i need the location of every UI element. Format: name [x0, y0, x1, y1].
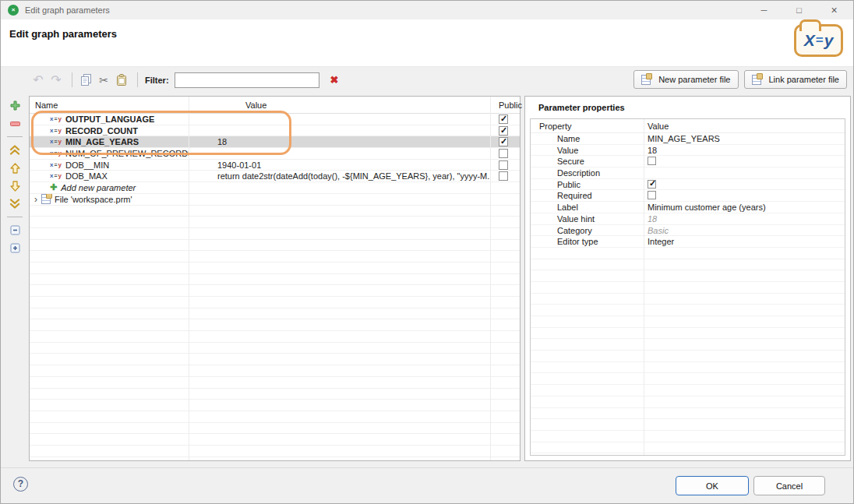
empty-row: [30, 240, 520, 252]
column-header-value: Value: [245, 97, 266, 114]
footer-bar: ? OK Cancel: [1, 467, 853, 503]
parameter-file-icon: [752, 75, 761, 85]
clear-filter-button[interactable]: ✖: [330, 74, 339, 86]
parameter-xy-icon: x=y: [50, 161, 62, 169]
empty-row: [531, 339, 845, 351]
property-row[interactable]: Secure: [531, 156, 845, 167]
cut-button[interactable]: ✂: [96, 72, 111, 87]
redo-button[interactable]: ↷: [48, 72, 64, 87]
window-controls: ─ □ ×: [746, 1, 852, 19]
public-checkbox[interactable]: [499, 115, 508, 124]
maximize-button[interactable]: □: [782, 1, 817, 19]
table-row[interactable]: x=yOUTPUT_LANGUAGE: [30, 114, 520, 125]
property-row[interactable]: Editor typeInteger: [531, 236, 845, 248]
cell-name: x=yDOB__MIN: [30, 160, 189, 171]
new-parameter-file-button[interactable]: New parameter file: [633, 70, 738, 89]
close-button[interactable]: ×: [817, 1, 852, 19]
toolbar: ↶ ↷ ✂ Filter: ✖ New parameter file Link …: [1, 67, 853, 93]
property-name: Description: [557, 167, 600, 178]
property-row[interactable]: CategoryBasic: [531, 225, 845, 237]
undo-icon: ↶: [33, 74, 43, 86]
empty-row: [531, 362, 845, 374]
move-bottom-button[interactable]: [7, 197, 23, 210]
empty-row: [531, 294, 845, 305]
empty-row: [30, 400, 520, 411]
empty-row: [30, 331, 520, 343]
empty-row: [531, 248, 845, 259]
parameter-xy-icon: x=y: [50, 115, 62, 123]
empty-row: [30, 457, 520, 460]
empty-row: [30, 308, 520, 320]
property-row[interactable]: Required: [531, 190, 845, 202]
minimize-button[interactable]: ─: [746, 1, 782, 19]
parameter-name: DOB_MAX: [65, 171, 108, 181]
move-top-button[interactable]: [7, 143, 23, 157]
chevron-right-icon[interactable]: ›: [34, 194, 37, 205]
parameter-file-row[interactable]: ›File 'workspace.prm': [30, 194, 520, 206]
undo-button[interactable]: ↶: [30, 72, 46, 87]
parameter-xy-icon: x=y: [50, 150, 62, 157]
remove-parameter-button[interactable]: [7, 117, 23, 130]
parameters-table-body: x=yOUTPUT_LANGUAGEx=yRECORD_COUNTx=yMIN_…: [30, 114, 520, 460]
collapse-all-button[interactable]: [7, 224, 23, 237]
cell-public: [490, 136, 520, 147]
cancel-button[interactable]: Cancel: [753, 476, 825, 495]
empty-row: [531, 397, 845, 408]
public-checkbox[interactable]: [499, 149, 508, 158]
add-parameter-row[interactable]: ✚Add new parameter: [30, 182, 520, 194]
public-checkbox[interactable]: [499, 137, 508, 146]
empty-row: [531, 419, 845, 431]
table-row[interactable]: x=yNUM_OF_PREVIEW_RECORDS: [30, 148, 520, 160]
property-name: Secure: [557, 156, 584, 167]
move-down-button[interactable]: [7, 179, 23, 192]
paste-button[interactable]: [114, 72, 129, 87]
public-checkbox[interactable]: [499, 160, 508, 170]
panel-title: Parameter properties: [538, 103, 625, 112]
cell-name: x=yNUM_OF_PREVIEW_RECORDS: [30, 148, 189, 159]
properties-table: Property Value NameMIN_AGE_YEARSValue18S…: [530, 118, 845, 456]
window-title: Edit graph parameters: [25, 5, 110, 15]
public-checkbox[interactable]: [499, 171, 508, 181]
public-checkbox[interactable]: [499, 126, 508, 136]
table-row[interactable]: x=yRECORD_COUNT: [30, 125, 520, 137]
property-row[interactable]: LabelMinimum customer age (years): [531, 202, 845, 213]
table-row[interactable]: x=yMIN_AGE_YEARS18: [30, 136, 520, 148]
link-parameter-file-button[interactable]: Link parameter file: [744, 70, 848, 89]
property-row[interactable]: Description: [531, 167, 845, 179]
ok-button[interactable]: OK: [676, 476, 749, 495]
cell-public: [490, 160, 520, 171]
filter-input[interactable]: [175, 72, 319, 88]
property-row[interactable]: NameMIN_AGE_YEARS: [531, 133, 845, 145]
cell-value: [189, 148, 490, 159]
table-row[interactable]: x=yDOB__MIN1940-01-01: [30, 160, 520, 171]
parameter-xy-icon: x=y: [50, 172, 62, 180]
side-toolbar-separator: [7, 217, 23, 217]
parameter-name: MIN_AGE_YEARS: [65, 137, 139, 146]
property-row[interactable]: Value18: [531, 145, 845, 157]
empty-row: [531, 270, 845, 282]
empty-row: [531, 431, 845, 442]
add-parameter-button[interactable]: [7, 99, 23, 112]
empty-row: [531, 259, 845, 271]
move-up-button[interactable]: [7, 161, 23, 174]
empty-row: [30, 217, 520, 228]
empty-row: [531, 385, 845, 397]
property-name: Public: [557, 179, 581, 190]
arrow-down-icon: [10, 181, 20, 192]
table-row[interactable]: x=yDOB_MAXreturn date2str(dateAdd(today(…: [30, 171, 520, 182]
property-checkbox[interactable]: [648, 191, 656, 199]
copy-button[interactable]: [78, 72, 94, 87]
property-name: Category: [557, 225, 592, 236]
cell-public: [490, 171, 520, 182]
filter-label: Filter:: [145, 76, 169, 85]
column-header-name: Name: [35, 97, 58, 114]
property-checkbox[interactable]: [648, 157, 656, 165]
property-row[interactable]: Public: [531, 179, 845, 191]
property-checkbox[interactable]: [648, 180, 656, 189]
minus-icon: [10, 122, 20, 126]
app-icon: ×: [8, 5, 19, 16]
help-button[interactable]: ?: [13, 477, 28, 492]
cell-name: ✚Add new parameter: [30, 182, 189, 193]
property-row[interactable]: Value hint18: [531, 213, 845, 225]
expand-all-button[interactable]: [7, 241, 23, 255]
